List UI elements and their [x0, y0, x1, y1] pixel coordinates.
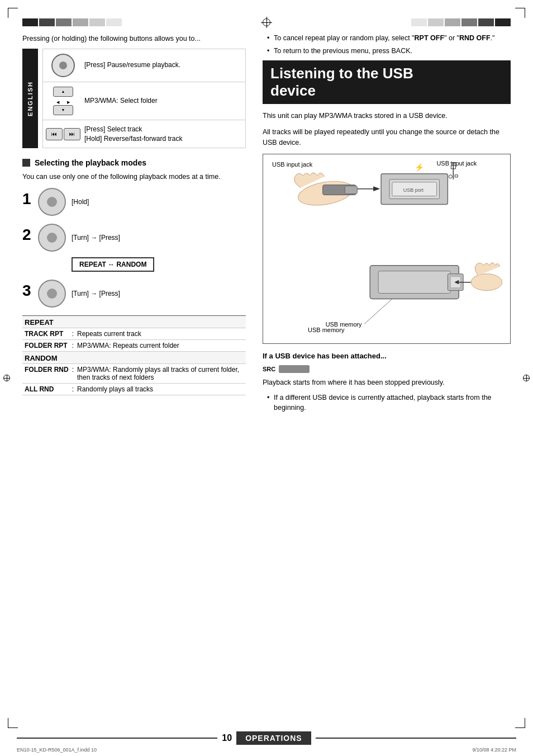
section-title: Listening to the USB device — [270, 65, 503, 100]
file-info: EN10-15_KD-R506_001A_f.indd 10 — [17, 747, 97, 753]
top-bar — [6, 17, 527, 28]
svg-rect-6 — [455, 174, 458, 177]
step-3-circle — [38, 280, 66, 308]
track-rpt-label: TRACK RPT — [22, 328, 71, 340]
right-column: To cancel repeat play or random play, se… — [257, 34, 511, 417]
all-rnd-colon: : — [71, 384, 75, 395]
down-arrow-icon — [61, 107, 65, 112]
different-device-bullet: If a different USB device is currently a… — [266, 393, 511, 413]
bullet-rpt-off: To cancel repeat play or random play, se… — [266, 34, 511, 44]
step-2-desc: [Turn] → [Press] — [72, 233, 120, 243]
footer-rule-right — [316, 738, 516, 739]
steps-container: 1 [Hold] 2 — [22, 188, 246, 308]
src-text: SRC — [263, 366, 275, 372]
button-row-2: MP3/WMA: Select folder — [43, 82, 245, 120]
up-btn — [53, 87, 73, 97]
english-sidebar: ENGLISH — [22, 49, 38, 149]
step-2-circle — [38, 224, 66, 252]
folder-rnd-colon: : — [71, 364, 75, 384]
folder-rpt-label: FOLDER RPT — [22, 340, 71, 352]
rpt-off-bold: RPT OFF — [415, 34, 444, 42]
section-icon — [22, 159, 30, 167]
svg-text:USB port: USB port — [403, 187, 424, 192]
src-button-row: SRC — [263, 365, 310, 373]
folder-rnd-desc: MP3/WMA: Randomly plays all tracks of cu… — [75, 364, 246, 384]
step-2-area: [Turn] → [Press] REPEAT ↔ RANDOM — [38, 224, 246, 272]
playback-text: Playback starts from where it has been s… — [263, 377, 511, 388]
folder-rnd-row: FOLDER RND : MP3/WMA: Randomly plays all… — [22, 364, 246, 384]
right-arrow-icon — [67, 97, 70, 105]
usb-diagram: USB input jack USB memory USB input jack… — [263, 154, 511, 344]
playback-subtext: You can use only one of the following pl… — [22, 172, 246, 182]
step-row-3: 3 [Turn] → [Press] — [22, 280, 246, 308]
step-2-inner — [47, 233, 57, 243]
svg-point-5 — [449, 174, 452, 178]
up-arrow-icon — [61, 89, 65, 94]
section-heading-playback: Selecting the playback modes — [22, 158, 246, 167]
repeat-header-row: REPEAT — [22, 316, 246, 328]
folder-rnd-label: FOLDER RND — [22, 364, 71, 384]
usb-memory-label: USB memory — [308, 327, 344, 333]
left-column: Pressing (or holding) the following butt… — [22, 34, 257, 417]
section-heading-text: Selecting the playback modes — [35, 158, 146, 167]
down-btn — [53, 105, 73, 115]
usb-input-jack-label: USB input jack — [272, 161, 312, 168]
operations-bar: OPERATIONS — [236, 731, 311, 745]
bar-block-1 — [22, 18, 38, 26]
folder-rpt-row: FOLDER RPT : MP3/WMA: Repeats current fo… — [22, 340, 246, 352]
folder-rpt-colon: : — [71, 340, 75, 352]
mode-table: REPEAT TRACK RPT : Repeats current track… — [22, 315, 246, 395]
step-num-3: 3 — [22, 283, 38, 299]
bar-block-3 — [56, 18, 72, 26]
bar-block-r3 — [445, 18, 460, 26]
top-bullet-list: To cancel repeat play or random play, se… — [266, 34, 511, 56]
step-3-desc: [Turn] → [Press] — [72, 289, 120, 299]
bar-block-4 — [73, 18, 88, 26]
circle-button — [51, 54, 75, 77]
circle-button-inner — [59, 62, 67, 69]
bar-block-r6 — [495, 18, 511, 26]
rnd-off-bold: RND OFF — [459, 34, 491, 42]
bullet-back: To return to the previous menu, press BA… — [266, 46, 511, 56]
svg-rect-14 — [345, 186, 357, 193]
section-title-box: Listening to the USB device — [263, 60, 511, 104]
footer-rule-left — [17, 738, 217, 739]
bar-block-r2 — [428, 18, 444, 26]
step-1-inner — [47, 197, 57, 207]
step-row-1: 1 [Hold] — [22, 188, 246, 216]
content-area: Pressing (or holding) the following butt… — [6, 34, 527, 417]
side-arrows — [56, 97, 70, 105]
attached-bullets: If a different USB device is currently a… — [266, 393, 511, 413]
button-desc-2: MP3/WMA: Select folder — [80, 96, 242, 106]
bar-block-6 — [106, 18, 122, 26]
page-number: 10 — [222, 733, 232, 743]
button-row-1: [Press] Pause/resume playback. — [43, 49, 245, 82]
svg-text:USB input jack: USB input jack — [436, 160, 477, 167]
center-crosshair — [261, 17, 272, 28]
page-footer: 10 OPERATIONS — [0, 731, 533, 745]
bar-block-2 — [39, 18, 55, 26]
usb-para1: This unit can play MP3/WMA tracks stored… — [263, 111, 511, 121]
src-bar — [279, 365, 310, 373]
page-wrapper: Pressing (or holding) the following butt… — [0, 0, 533, 756]
button-desc-3: [Press] Select track [Hold] Reverse/fast… — [80, 125, 242, 144]
button-table: [Press] Pause/resume playback. — [42, 49, 246, 149]
button-icon-double: ⏮ ⏭ — [46, 128, 80, 140]
svg-point-21 — [471, 273, 502, 290]
double-arrow-group: ⏮ ⏭ — [46, 128, 80, 140]
left-arrow-icon — [56, 97, 59, 105]
svg-text:⚡: ⚡ — [415, 162, 425, 172]
track-rpt-colon: : — [71, 328, 75, 340]
svg-rect-16 — [378, 271, 450, 293]
step-3-area: [Turn] → [Press] — [38, 280, 246, 308]
step-row-2: 2 [Turn] → [Press] REPEAT ↔ RANDOM — [22, 224, 246, 272]
btn-rewind: ⏮ — [46, 128, 63, 140]
attached-heading: If a USB device has been attached... — [263, 352, 511, 360]
button-desc-1: [Press] Pause/resume playback. — [80, 60, 242, 70]
bar-block-r4 — [461, 18, 477, 26]
button-table-wrap: [Press] Pause/resume playback. — [42, 49, 246, 149]
all-rnd-row: ALL RND : Randomly plays all tracks — [22, 384, 246, 395]
svg-line-23 — [364, 299, 392, 324]
btn-ffwd: ⏭ — [64, 128, 80, 140]
random-header-row: RANDOM — [22, 352, 246, 364]
